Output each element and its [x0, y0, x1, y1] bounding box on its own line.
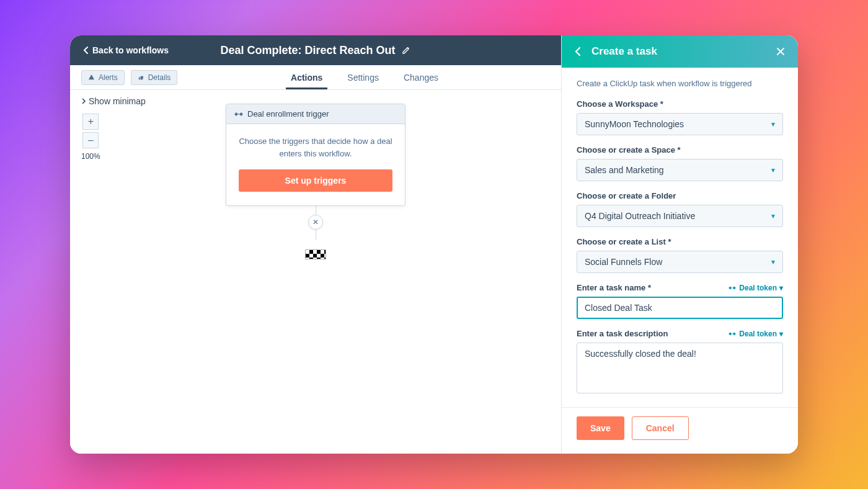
warning-icon: [88, 74, 95, 81]
zoom-in-button[interactable]: +: [82, 114, 99, 130]
pencil-icon[interactable]: [402, 46, 410, 55]
trigger-node[interactable]: Deal enrollment trigger Choose the trigg…: [226, 104, 405, 206]
tab-settings[interactable]: Settings: [347, 65, 379, 89]
tab-changes[interactable]: Changes: [404, 65, 438, 89]
deal-token-label2: Deal token: [739, 330, 777, 338]
toolbar-row: Alerts Details Actions Settings Changes: [70, 65, 561, 90]
taskdesc-label: Enter a task description: [577, 329, 668, 338]
folder-label: Choose or create a Folder: [577, 191, 676, 200]
back-label: Back to workflows: [92, 45, 169, 55]
taskname-label: Enter a task name *: [577, 283, 651, 292]
panel-body: Create a ClickUp task when workflow is t…: [562, 68, 798, 407]
alerts-label: Alerts: [99, 73, 118, 82]
app-window: Back to workflows Deal Complete: Direct …: [70, 35, 798, 454]
workflow-title: Deal Complete: Direct Reach Out: [220, 44, 395, 57]
thumb-icon: [138, 74, 144, 81]
show-minimap-toggle[interactable]: Show minimap: [81, 96, 146, 106]
main-panel: Back to workflows Deal Complete: Direct …: [70, 35, 561, 454]
tabs: Actions Settings Changes: [291, 65, 550, 89]
chevron-right-icon: [81, 98, 86, 104]
tab-actions-label: Actions: [291, 73, 322, 83]
create-task-panel: Create a task Create a ClickUp task when…: [561, 35, 798, 454]
remove-node-button[interactable]: ✕: [308, 215, 323, 230]
tab-changes-label: Changes: [404, 73, 438, 83]
handshake-icon: [728, 331, 737, 337]
connector-line2: [316, 230, 316, 240]
connector-line: [316, 205, 316, 215]
space-select[interactable]: Sales and Marketing: [577, 159, 783, 181]
deal-token-label: Deal token: [739, 284, 777, 292]
zoom-controls: + – 100%: [81, 114, 100, 161]
tab-actions[interactable]: Actions: [291, 65, 322, 89]
top-bar: Back to workflows Deal Complete: Direct …: [70, 35, 561, 65]
task-name-value: Closed Deal Task: [585, 303, 652, 313]
task-description-input[interactable]: Successfully closed the deal!: [577, 343, 783, 393]
workflow-canvas: Show minimap + – 100% Deal enrollment tr…: [70, 90, 561, 454]
folder-select[interactable]: Q4 Digital Outreach Initiative: [577, 205, 783, 227]
cancel-button[interactable]: Cancel: [632, 416, 689, 440]
chevron-down-icon: ▾: [779, 330, 783, 338]
trigger-node-text: Choose the triggers that decide how a de…: [239, 135, 392, 159]
workspace-label: Choose a Workspace *: [577, 99, 783, 109]
workspace-select[interactable]: SunnyMoon Technologies: [577, 113, 783, 135]
deal-token-link-desc[interactable]: Deal token ▾: [728, 330, 783, 338]
panel-footer: Save Cancel: [562, 407, 798, 454]
space-label: Choose or create a Space *: [577, 145, 681, 155]
trigger-node-header: Deal enrollment trigger: [226, 104, 405, 124]
panel-back-button[interactable]: [574, 47, 582, 56]
panel-header: Create a task: [562, 35, 798, 68]
workflow-title-area: Deal Complete: Direct Reach Out: [179, 44, 452, 57]
list-select[interactable]: Social Funnels Flow: [577, 251, 783, 273]
setup-triggers-button[interactable]: Set up triggers: [239, 169, 392, 192]
chevron-down-icon: ▾: [779, 284, 783, 292]
close-icon[interactable]: [776, 47, 786, 56]
workspace-value: SunnyMoon Technologies: [585, 119, 684, 129]
finish-flag-icon: [305, 249, 326, 259]
connector: ✕: [305, 205, 326, 259]
deal-token-link-name[interactable]: Deal token ▾: [728, 284, 783, 292]
alerts-button[interactable]: Alerts: [81, 70, 125, 85]
zoom-out-button[interactable]: –: [82, 132, 99, 148]
back-to-workflows-link[interactable]: Back to workflows: [82, 45, 169, 55]
panel-title: Create a task: [591, 45, 776, 58]
space-value: Sales and Marketing: [585, 165, 664, 175]
list-value: Social Funnels Flow: [585, 257, 662, 267]
task-name-input[interactable]: Closed Deal Task: [577, 297, 783, 319]
save-button[interactable]: Save: [577, 416, 624, 440]
list-label: Choose or create a List *: [577, 237, 671, 246]
panel-description: Create a ClickUp task when workflow is t…: [577, 79, 783, 88]
trigger-node-title: Deal enrollment trigger: [247, 109, 329, 119]
tab-settings-label: Settings: [347, 73, 379, 83]
details-label: Details: [148, 73, 171, 82]
handshake-icon: [728, 285, 737, 291]
task-description-value: Successfully closed the deal!: [585, 349, 696, 359]
folder-value: Q4 Digital Outreach Initiative: [585, 211, 695, 221]
details-button[interactable]: Details: [131, 70, 178, 85]
chevron-left-icon: [82, 46, 89, 55]
minimap-label: Show minimap: [89, 96, 146, 106]
handshake-icon: [234, 110, 244, 118]
trigger-node-body: Choose the triggers that decide how a de…: [226, 124, 405, 205]
zoom-percent: 100%: [81, 152, 100, 161]
